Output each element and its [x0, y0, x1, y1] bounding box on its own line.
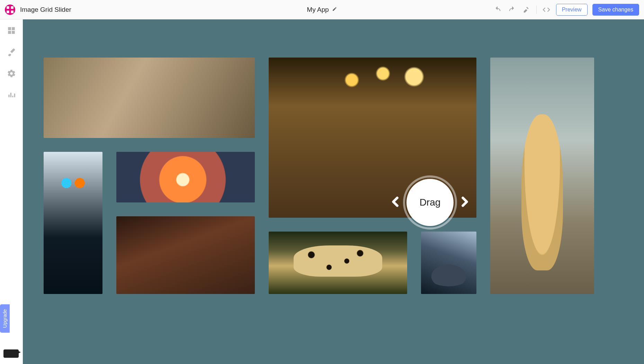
redo-icon[interactable]	[507, 5, 517, 15]
left-rail: Upgrade	[0, 19, 23, 364]
drag-handle[interactable]: Drag	[406, 179, 454, 226]
svg-rect-0	[7, 6, 9, 9]
code-icon[interactable]	[542, 5, 551, 15]
svg-rect-1	[11, 6, 14, 9]
brush-icon[interactable]	[7, 47, 16, 57]
analytics-icon[interactable]	[7, 90, 16, 100]
brand-logo-icon[interactable]	[5, 5, 15, 15]
editor-canvas[interactable]: Drag	[23, 19, 644, 364]
drag-label: Drag	[420, 197, 441, 208]
grid-image-golden-retriever[interactable]	[490, 58, 594, 294]
grid-image-skis[interactable]	[44, 152, 102, 294]
chevron-left-icon[interactable]	[390, 196, 402, 209]
grid-layout-icon[interactable]	[7, 26, 16, 35]
edit-name-icon[interactable]	[332, 7, 337, 13]
upgrade-button[interactable]: Upgrade	[0, 304, 10, 333]
grid-image-sunset[interactable]	[116, 152, 255, 202]
svg-rect-3	[11, 10, 14, 13]
chevron-right-icon[interactable]	[458, 196, 470, 209]
gear-icon[interactable]	[7, 69, 16, 78]
app-name[interactable]: My App	[307, 6, 329, 14]
topbar-right: Preview Save changes	[493, 4, 639, 16]
hammer-icon[interactable]	[522, 5, 531, 15]
grid-image-group-photo[interactable]	[44, 58, 255, 138]
preview-button[interactable]: Preview	[556, 4, 588, 16]
image-grid-slider[interactable]: Drag	[44, 58, 623, 364]
plugin-title: Image Grid Slider	[20, 6, 71, 14]
topbar: Image Grid Slider My App Preview Save ch…	[0, 0, 644, 19]
grid-image-leopard[interactable]	[269, 232, 407, 294]
debug-console-icon[interactable]	[3, 349, 19, 358]
separator	[536, 6, 537, 14]
topbar-center: My App	[307, 6, 337, 14]
save-changes-button[interactable]: Save changes	[592, 4, 639, 16]
slider-drag-control[interactable]: Drag	[390, 179, 470, 226]
svg-rect-2	[7, 10, 9, 13]
grid-image-hands-toasting[interactable]	[116, 216, 255, 294]
undo-icon[interactable]	[493, 5, 502, 15]
grid-image-airplane-clouds[interactable]	[421, 232, 476, 294]
